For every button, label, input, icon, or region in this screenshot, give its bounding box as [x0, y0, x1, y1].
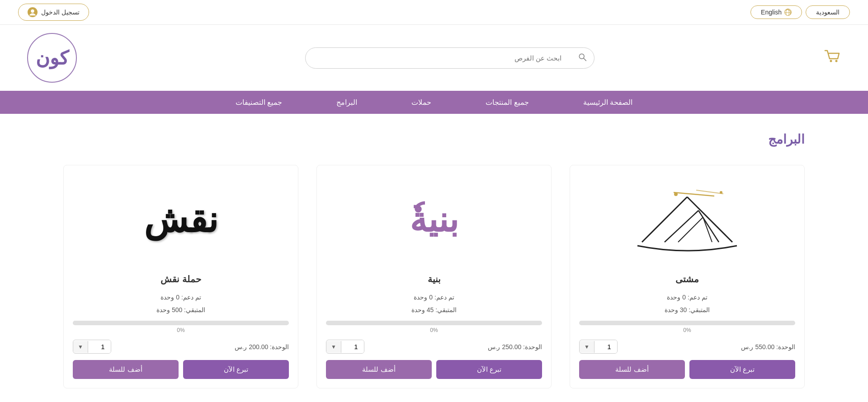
- action-buttons-mashta: تبرع الآن أضف للسلة: [579, 360, 795, 379]
- svg-line-15: [696, 190, 723, 194]
- progress-label-naqsh: 0%: [177, 327, 184, 333]
- login-label: تسجيل الدخول: [41, 9, 80, 16]
- svg-point-5: [835, 60, 838, 62]
- add-to-cart-button-mashta[interactable]: أضف للسلة: [579, 360, 685, 379]
- product-image-naqsh: نقش: [73, 174, 289, 265]
- donate-button-bania[interactable]: تبرع الآن: [436, 360, 542, 379]
- nav-campaigns[interactable]: حملات: [384, 91, 458, 114]
- cart-area: [823, 47, 841, 69]
- progress-bar-mashta: [579, 321, 795, 325]
- nav-all-products[interactable]: جميع المنتجات: [458, 91, 556, 114]
- progress-bar-naqsh: [73, 321, 289, 325]
- progress-label-mashta: 0%: [683, 327, 691, 333]
- product-stats-bania: تم دعم: 0 وحدةالمتبقي: 45 وحدة: [326, 291, 542, 316]
- svg-point-17: [720, 191, 722, 194]
- qty-input-naqsh[interactable]: [88, 340, 111, 353]
- products-grid: مشتى تم دعم: 0 وحدةالمتبقي: 30 وحدة 0% ا…: [63, 165, 805, 388]
- product-name-bania: بنية: [428, 274, 441, 285]
- logo-circle: كون: [27, 33, 77, 83]
- product-card-bania: بنيةٗ بنية تم دعم: 0 وحدةالمتبقي: 45 وحد…: [316, 165, 552, 388]
- page-content: البرامج مشتى تم دعم: 0 وحدةالمتبقي: 30 و…: [27, 114, 841, 402]
- main-nav: الصفحة الرئيسية جميع المنتجات حملات البر…: [0, 91, 868, 114]
- arabic-lang-button[interactable]: السعودية: [806, 5, 850, 19]
- qty-arrow-naqsh[interactable]: ▼: [73, 341, 88, 353]
- donate-button-naqsh[interactable]: تبرع الآن: [183, 360, 289, 379]
- cart-icon[interactable]: [823, 47, 841, 69]
- price-label-naqsh: الوحدة: 200.00 ر.س: [235, 343, 289, 351]
- qty-select-mashta: ▼: [579, 340, 618, 354]
- svg-line-12: [678, 217, 703, 242]
- add-to-cart-button-naqsh[interactable]: أضف للسلة: [73, 360, 179, 379]
- action-buttons-bania: تبرع الآن أضف للسلة: [326, 360, 542, 379]
- search-button[interactable]: [571, 48, 594, 68]
- price-label-mashta: الوحدة: 550.00 ر.س: [741, 343, 795, 351]
- donate-button-mashta[interactable]: تبرع الآن: [689, 360, 795, 379]
- product-name-naqsh: حملة نقش: [160, 274, 201, 285]
- svg-point-4: [830, 60, 832, 62]
- qty-arrow-bania[interactable]: ▼: [326, 341, 341, 353]
- page-title: البرامج: [63, 132, 805, 147]
- english-lang-button[interactable]: English: [750, 5, 802, 19]
- action-buttons-naqsh: تبرع الآن أضف للسلة: [73, 360, 289, 379]
- add-to-cart-button-bania[interactable]: أضف للسلة: [326, 360, 432, 379]
- header: كون: [0, 25, 868, 91]
- product-stats-naqsh: تم دعم: 0 وحدةالمتبقي: 500 وحدة: [73, 291, 289, 316]
- svg-line-8: [642, 197, 687, 242]
- logo: كون: [27, 33, 77, 83]
- language-switcher: English السعودية: [750, 5, 850, 19]
- product-stats-mashta: تم دعم: 0 وحدةالمتبقي: 30 وحدة: [579, 291, 795, 316]
- top-bar: English السعودية تسجيل الدخول: [0, 0, 868, 25]
- svg-line-7: [584, 58, 586, 60]
- arabic-lang-label: السعودية: [816, 9, 840, 16]
- login-button[interactable]: تسجيل الدخول: [18, 4, 89, 21]
- quantity-row-bania: الوحدة: 250.00 ر.س ▼: [326, 340, 542, 354]
- qty-arrow-mashta[interactable]: ▼: [580, 341, 594, 353]
- progress-label-bania: 0%: [430, 327, 438, 333]
- search-area: [305, 47, 594, 69]
- product-card-mashta: مشتى تم دعم: 0 وحدةالمتبقي: 30 وحدة 0% ا…: [570, 165, 805, 388]
- search-input[interactable]: [306, 49, 571, 67]
- qty-input-bania[interactable]: [341, 340, 364, 353]
- svg-point-16: [674, 192, 678, 196]
- product-card-naqsh: نقش حملة نقش تم دعم: 0 وحدةالمتبقي: 500 …: [63, 165, 298, 388]
- qty-input-mashta[interactable]: [594, 340, 617, 353]
- qty-select-bania: ▼: [326, 340, 364, 354]
- nav-all-categories[interactable]: جميع التصنيفات: [208, 91, 309, 114]
- quantity-row-mashta: الوحدة: 550.00 ر.س ▼: [579, 340, 795, 354]
- globe-icon: [784, 9, 792, 16]
- progress-bar-bania: [326, 321, 542, 325]
- nav-home[interactable]: الصفحة الرئيسية: [556, 91, 660, 114]
- price-label-bania: الوحدة: 250.00 ر.س: [488, 343, 542, 351]
- product-name-mashta: مشتى: [675, 274, 699, 285]
- search-box: [305, 47, 594, 69]
- product-image-bania: بنيةٗ: [326, 174, 542, 265]
- english-lang-label: English: [761, 9, 782, 16]
- product-image-mashta: [579, 174, 795, 265]
- svg-point-3: [31, 9, 34, 13]
- svg-line-14: [674, 192, 714, 196]
- logo-text: كون: [36, 47, 69, 69]
- qty-select-naqsh: ▼: [73, 340, 111, 354]
- user-icon: [28, 7, 38, 17]
- quantity-row-naqsh: الوحدة: 200.00 ر.س ▼: [73, 340, 289, 354]
- nav-programs[interactable]: البرامج: [309, 91, 384, 114]
